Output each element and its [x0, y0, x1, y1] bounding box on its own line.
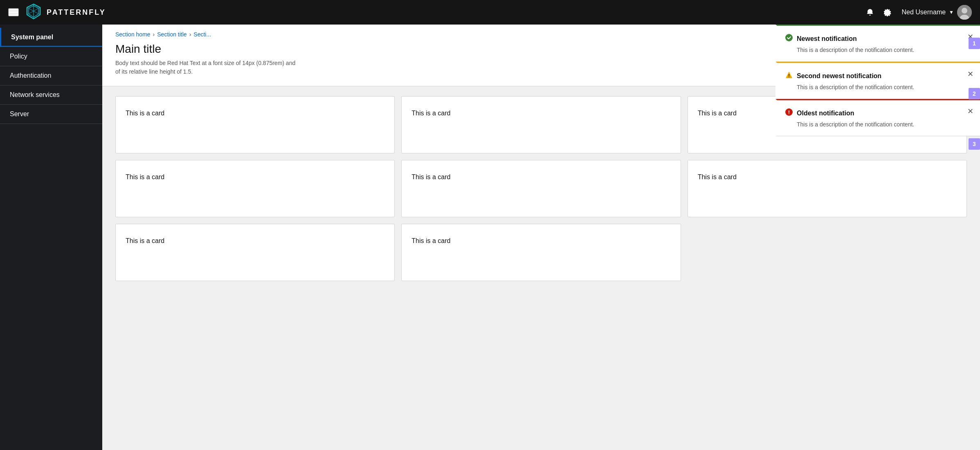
notification-2-warning-icon: !: [785, 71, 793, 81]
card-5-text: This is a card: [411, 173, 450, 181]
card-2-text: This is a card: [411, 110, 450, 117]
card-1-text: This is a card: [126, 110, 164, 117]
notification-1-description: This is a description of the notificatio…: [785, 47, 972, 53]
sidebar-item-network-services[interactable]: Network services: [0, 86, 102, 105]
notification-2-title: Second newest notification: [797, 72, 972, 80]
card-8-text: This is a card: [411, 237, 450, 245]
card-6[interactable]: This is a card: [688, 160, 967, 217]
card-5[interactable]: This is a card: [401, 160, 681, 217]
user-section[interactable]: Ned Username ▼: [902, 5, 972, 20]
svg-point-6: [962, 8, 967, 14]
brand-name: PATTERNFLY: [47, 8, 106, 17]
notification-badge-3[interactable]: 3: [969, 138, 980, 150]
sidebar-item-authentication[interactable]: Authentication: [0, 66, 102, 86]
notification-badge-2[interactable]: 2: [969, 88, 980, 99]
svg-text:!: !: [788, 109, 790, 115]
notifications-button[interactable]: [866, 8, 874, 16]
notification-1: Newest notification ✕ This is a descript…: [775, 25, 980, 62]
breadcrumb-section-title[interactable]: Section title: [157, 31, 187, 38]
brand-link[interactable]: PATTERNFLY: [25, 3, 106, 21]
notification-3: ! Oldest notification ✕ This is a descri…: [775, 99, 980, 136]
sidebar: System panel Policy Authentication Netwo…: [0, 25, 102, 450]
svg-text:!: !: [788, 73, 790, 78]
card-1[interactable]: This is a card: [115, 96, 395, 153]
sidebar-item-policy[interactable]: Policy: [0, 47, 102, 66]
breadcrumb-section-home[interactable]: Section home: [115, 31, 151, 38]
card-7[interactable]: This is a card: [115, 224, 395, 281]
user-name: Ned Username: [902, 9, 946, 16]
card-7-text: This is a card: [126, 237, 164, 245]
card-6-text: This is a card: [698, 173, 737, 181]
card-8[interactable]: This is a card: [401, 224, 681, 281]
notification-1-title: Newest notification: [797, 35, 972, 43]
notification-3-danger-icon: !: [785, 108, 793, 118]
top-nav: PATTERNFLY Ned Username ▼: [0, 0, 980, 25]
sidebar-item-server[interactable]: Server: [0, 105, 102, 124]
nav-icons: Ned Username ▼: [866, 5, 972, 20]
notification-2-header: ! Second newest notification ✕: [785, 71, 972, 81]
notification-1-header: Newest notification ✕: [785, 34, 972, 43]
notification-3-header: ! Oldest notification ✕: [785, 108, 972, 118]
card-4-text: This is a card: [126, 173, 164, 181]
svg-point-8: [785, 34, 793, 41]
sidebar-title[interactable]: System panel: [0, 28, 102, 47]
notification-2: ! Second newest notification ✕ This is a…: [775, 62, 980, 99]
notification-3-title: Oldest notification: [797, 110, 972, 117]
notification-3-description: This is a description of the notificatio…: [785, 121, 972, 128]
user-avatar: [957, 5, 972, 20]
hamburger-button[interactable]: [8, 8, 19, 16]
user-dropdown-arrow-icon: ▼: [949, 9, 954, 15]
card-4[interactable]: This is a card: [115, 160, 395, 217]
notification-3-close-button[interactable]: ✕: [967, 107, 973, 116]
notification-drawer: Newest notification ✕ This is a descript…: [775, 25, 980, 136]
card-3-text: This is a card: [698, 110, 737, 117]
brand-logo-icon: [25, 3, 42, 21]
card-2[interactable]: This is a card: [401, 96, 681, 153]
settings-button[interactable]: [884, 8, 892, 16]
notification-2-close-button[interactable]: ✕: [967, 70, 973, 79]
notification-badge-1[interactable]: 1: [969, 38, 980, 49]
notification-1-success-icon: [785, 34, 793, 43]
breadcrumb-section[interactable]: Secti...: [193, 31, 211, 38]
notification-2-description: This is a description of the notificatio…: [785, 84, 972, 90]
